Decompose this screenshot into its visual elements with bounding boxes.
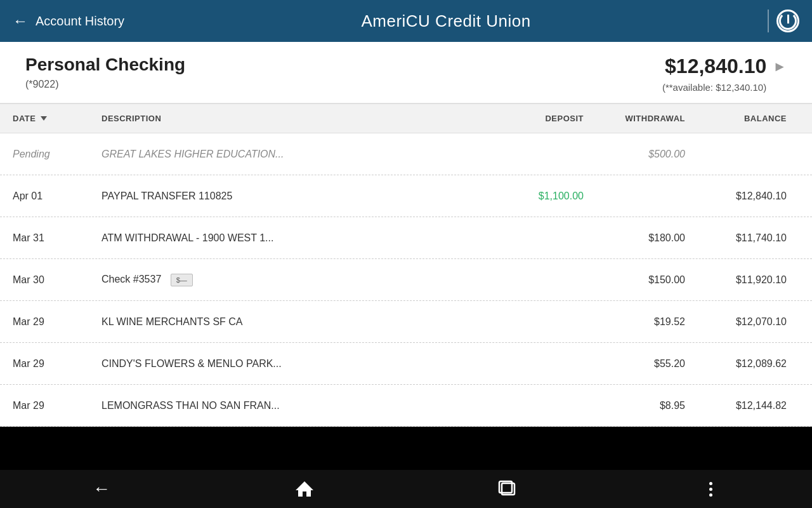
row-withdrawal: $150.00 <box>584 274 685 286</box>
row-balance: $11,920.10 <box>685 274 787 286</box>
back-arrow-icon[interactable]: ← <box>13 12 28 30</box>
row-description: GREAT LAKES HIGHER EDUCATION... <box>102 149 482 160</box>
column-header-deposit: DEPOSIT <box>482 114 584 123</box>
row-balance: $12,089.62 <box>685 358 787 370</box>
row-description: CINDY'S FLOWERS & MENLO PARK... <box>102 358 482 370</box>
row-balance: $12,070.10 <box>685 316 787 328</box>
row-description: PAYPAL TRANSFER 110825 <box>102 190 482 202</box>
bottom-navigation: ← <box>0 470 812 508</box>
table-row[interactable]: Pending GREAT LAKES HIGHER EDUCATION... … <box>0 133 812 175</box>
row-date: Mar 30 <box>13 274 102 286</box>
app-title: AmeriCU Credit Union <box>361 11 530 31</box>
account-history-label: Account History <box>36 14 124 29</box>
recents-icon <box>497 480 518 498</box>
row-withdrawal: $55.20 <box>584 358 685 370</box>
row-date: Mar 29 <box>13 358 102 370</box>
column-header-date[interactable]: DATE <box>13 114 102 123</box>
header-left: ← Account History <box>13 12 124 30</box>
column-header-withdrawal: WITHDRAWAL <box>584 114 685 123</box>
row-description: Check #3537 $— <box>102 274 482 286</box>
row-date: Mar 31 <box>13 232 102 244</box>
account-section: Personal Checking (*9022) $12,840.10 (**… <box>0 42 812 104</box>
row-deposit: $1,100.00 <box>482 190 584 202</box>
account-name: Personal Checking <box>25 55 185 75</box>
row-description: KL WINE MERCHANTS SF CA <box>102 316 482 328</box>
svg-marker-0 <box>296 481 313 497</box>
row-date: Apr 01 <box>13 190 102 202</box>
table-row[interactable]: Apr 01 PAYPAL TRANSFER 110825 $1,100.00 … <box>0 175 812 217</box>
column-header-balance: BALANCE <box>685 114 787 123</box>
header-right <box>768 10 799 32</box>
row-date: Mar 29 <box>13 400 102 411</box>
row-date: Pending <box>13 149 102 160</box>
row-withdrawal: $500.00 <box>584 149 685 160</box>
chevron-right-icon[interactable]: ► <box>773 58 787 75</box>
account-balance-info: $12,840.10 (**available: $12,340.10) <box>662 55 766 93</box>
row-description: ATM WITHDRAWAL - 1900 WEST 1... <box>102 232 482 244</box>
row-withdrawal: $180.00 <box>584 232 685 244</box>
row-balance: $11,740.10 <box>685 232 787 244</box>
row-description: LEMONGRASS THAI NO SAN FRAN... <box>102 400 482 411</box>
column-header-description: DESCRIPTION <box>102 114 482 123</box>
power-icon[interactable] <box>776 10 799 32</box>
account-info-left: Personal Checking (*9022) <box>25 55 185 90</box>
table-row[interactable]: Mar 30 Check #3537 $— $150.00 $11,920.10 <box>0 259 812 301</box>
transaction-table: Pending GREAT LAKES HIGHER EDUCATION... … <box>0 133 812 427</box>
sort-arrow-icon <box>41 116 47 121</box>
row-withdrawal: $19.52 <box>584 316 685 328</box>
table-row[interactable]: Mar 29 LEMONGRASS THAI NO SAN FRAN... $8… <box>0 385 812 427</box>
app-header: ← Account History AmeriCU Credit Union <box>0 0 812 42</box>
row-date: Mar 29 <box>13 316 102 328</box>
balance-amount: $12,840.10 <box>662 55 766 78</box>
header-divider <box>768 10 769 32</box>
home-button[interactable] <box>289 473 320 505</box>
back-button[interactable]: ← <box>86 473 117 505</box>
menu-button[interactable] <box>695 473 726 505</box>
home-icon <box>294 480 315 498</box>
check-image-icon[interactable]: $— <box>171 274 193 286</box>
row-balance: $12,840.10 <box>685 190 787 202</box>
account-balance-section: $12,840.10 (**available: $12,340.10) ► <box>662 55 787 93</box>
table-header: DATE DESCRIPTION DEPOSIT WITHDRAWAL BALA… <box>0 104 812 133</box>
back-nav-icon: ← <box>93 479 110 499</box>
table-row[interactable]: Mar 29 CINDY'S FLOWERS & MENLO PARK... $… <box>0 343 812 385</box>
table-row[interactable]: Mar 29 KL WINE MERCHANTS SF CA $19.52 $1… <box>0 301 812 343</box>
recents-button[interactable] <box>492 473 523 505</box>
account-number: (*9022) <box>25 79 185 90</box>
row-balance: $12,144.82 <box>685 400 787 411</box>
balance-available: (**available: $12,340.10) <box>662 82 766 93</box>
table-row[interactable]: Mar 31 ATM WITHDRAWAL - 1900 WEST 1... $… <box>0 217 812 259</box>
row-withdrawal: $8.95 <box>584 400 685 411</box>
more-options-icon <box>709 482 712 497</box>
